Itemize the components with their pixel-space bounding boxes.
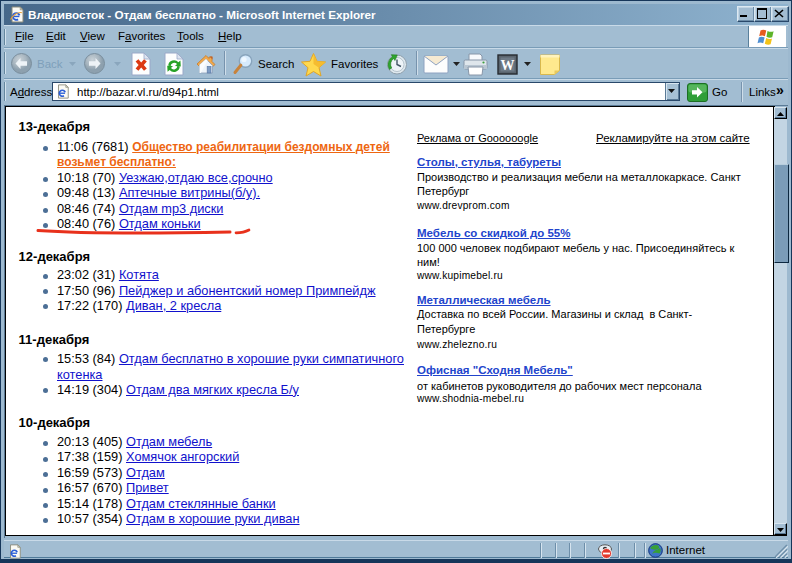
svg-text:W: W	[501, 58, 515, 73]
